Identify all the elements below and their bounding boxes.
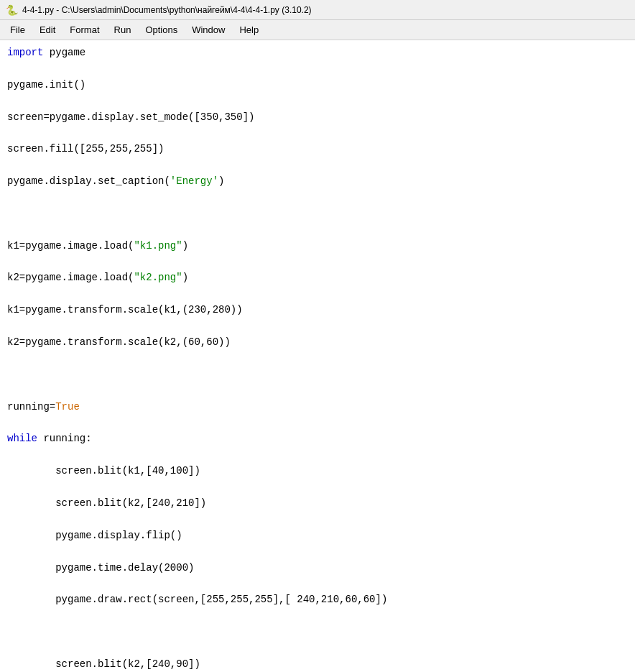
code-line: pygame.display.set_caption('Energy'): [7, 173, 628, 189]
code-line: [7, 367, 628, 382]
code-line: while running:: [7, 431, 628, 446]
code-line: k1=pygame.image.load("k1.png"): [7, 238, 628, 254]
app-icon: 🐍: [6, 4, 18, 16]
code-line: k2=pygame.image.load("k2.png"): [7, 270, 628, 285]
menu-help[interactable]: Help: [232, 22, 266, 38]
code-line: import pygame: [7, 45, 628, 60]
code-line: screen=pygame.display.set_mode([350,350]…: [7, 109, 628, 125]
menu-edit[interactable]: Edit: [32, 22, 62, 38]
menu-window[interactable]: Window: [185, 22, 232, 38]
code-line: pygame.init(): [7, 77, 628, 93]
title-text: 4-4-1.py - C:\Users\admin\Documents\pyth…: [22, 5, 312, 15]
code-line: [7, 624, 628, 640]
menu-file[interactable]: File: [3, 22, 32, 38]
code-line: k2=pygame.transform.scale(k2,(60,60)): [7, 334, 628, 350]
code-line: pygame.draw.rect(screen,[255,255,255],[ …: [7, 592, 628, 607]
code-line: screen.blit(k2,[240,90]): [7, 656, 628, 672]
code-line: pygame.time.delay(2000): [7, 560, 628, 576]
code-line: pygame.display.flip(): [7, 528, 628, 543]
code-editor[interactable]: import pygame pygame.init() screen=pygam…: [0, 40, 635, 672]
title-bar: 🐍 4-4-1.py - C:\Users\admin\Documents\py…: [0, 0, 635, 20]
menu-bar: File Edit Format Run Options Window Help: [0, 20, 635, 40]
code-line: k1=pygame.transform.scale(k1,(230,280)): [7, 302, 628, 318]
menu-run[interactable]: Run: [107, 22, 139, 38]
code-line: screen.blit(k2,[240,210]): [7, 495, 628, 511]
code-line: screen.blit(k1,[40,100]): [7, 463, 628, 479]
menu-format[interactable]: Format: [62, 22, 106, 38]
code-line: screen.fill([255,255,255]): [7, 141, 628, 157]
code-line: [7, 206, 628, 221]
menu-options[interactable]: Options: [138, 22, 185, 38]
code-line: running=True: [7, 399, 628, 415]
